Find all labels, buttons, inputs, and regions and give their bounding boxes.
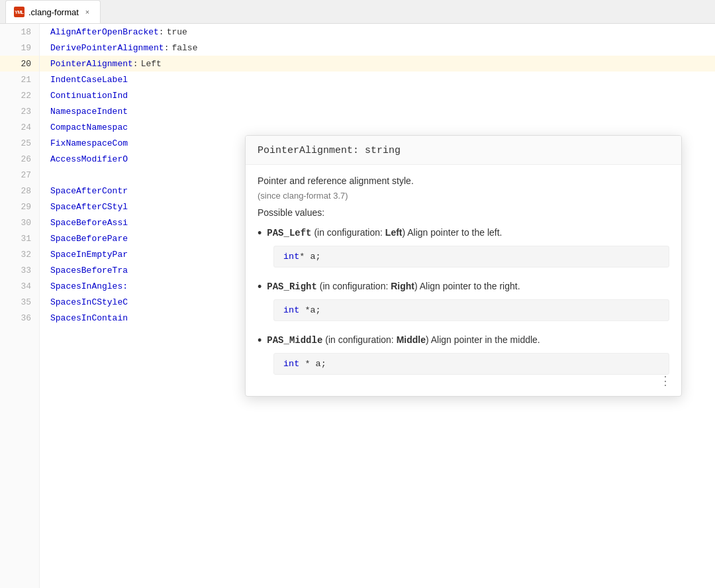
snippet-rest-2: *a; bbox=[299, 305, 320, 315]
tooltip-option-header-1: • PAS_Left (in configuration: Left) Alig… bbox=[258, 226, 669, 240]
key-20: PointerAlignment bbox=[50, 59, 133, 69]
tooltip-option-pas-left: • PAS_Left (in configuration: Left) Alig… bbox=[258, 226, 669, 268]
bullet-2: • bbox=[258, 281, 262, 293]
snippet-rest-1: * a; bbox=[299, 252, 320, 262]
option-name-pas-right: PAS_Right bbox=[267, 281, 317, 292]
key-33: SpacesBeforeTra bbox=[50, 266, 128, 275]
key-22: ContinuationInd bbox=[50, 91, 128, 101]
option-name-pas-left: PAS_Left bbox=[267, 228, 311, 238]
option-text-2: PAS_Right (in configuration: Right) Alig… bbox=[267, 279, 520, 294]
line-number-31: 31 bbox=[0, 230, 39, 246]
snippet-keyword-2: int bbox=[283, 305, 299, 315]
snippet-rest-3: * a; bbox=[299, 359, 326, 369]
key-34: SpacesInAngles: bbox=[50, 281, 128, 291]
key-23: NamespaceIndent bbox=[50, 107, 128, 117]
line-number-28: 28 bbox=[0, 183, 39, 199]
tooltip-option-pas-middle: • PAS_Middle (in configuration: Middle) … bbox=[258, 333, 669, 375]
key-29: SpaceAfterCStyl bbox=[50, 202, 128, 212]
tooltip-since: (since clang-format 3.7) bbox=[258, 191, 669, 201]
line-number-29: 29 bbox=[0, 199, 39, 215]
option-config-1: (in configuration: Left) Align pointer t… bbox=[314, 227, 502, 238]
tooltip-option-header-2: • PAS_Right (in configuration: Right) Al… bbox=[258, 279, 669, 294]
snippet-keyword-1: int bbox=[283, 252, 299, 262]
tooltip-body: Pointer and reference alignment style. (… bbox=[246, 165, 681, 396]
bullet-1: • bbox=[258, 227, 262, 239]
line-number-32: 32 bbox=[0, 246, 39, 262]
key-32: SpaceInEmptyPar bbox=[50, 250, 128, 260]
key-28: SpaceAfterContr bbox=[50, 186, 128, 196]
line-number-23: 23 bbox=[0, 103, 39, 119]
line-number-21: 21 bbox=[0, 72, 39, 87]
code-snippet-1: int* a; bbox=[273, 246, 669, 268]
tooltip-option-pas-right: • PAS_Right (in configuration: Right) Al… bbox=[258, 279, 669, 321]
option-config-value-1: Left bbox=[385, 227, 403, 238]
key-35: SpacesInCStyleC bbox=[50, 297, 128, 307]
code-line-22: ContinuationInd bbox=[40, 87, 715, 103]
key-26: AccessModifierO bbox=[50, 154, 128, 164]
bullet-3: • bbox=[258, 334, 262, 346]
line-number-20: 20 bbox=[0, 56, 39, 72]
key-30: SpaceBeforeAssi bbox=[50, 218, 128, 228]
line-number-18: 18 bbox=[0, 24, 39, 40]
code-snippet-3: int * a; bbox=[273, 353, 669, 375]
yml-icon: YML bbox=[14, 7, 24, 17]
tooltip-header: PointerAlignment: string bbox=[246, 136, 681, 165]
editor-area: 18 19 20 21 22 23 24 25 26 27 28 29 30 3… bbox=[0, 24, 715, 588]
code-line-19: DerivePointerAlignment: false bbox=[40, 40, 715, 56]
editor-container: YML .clang-format × 18 19 20 21 22 23 24… bbox=[0, 0, 715, 588]
line-number-27: 27 bbox=[0, 167, 39, 183]
line-number-26: 26 bbox=[0, 151, 39, 167]
option-text-1: PAS_Left (in configuration: Left) Align … bbox=[267, 226, 502, 240]
tooltip-header-text: PointerAlignment: string bbox=[258, 145, 401, 156]
code-line-20: PointerAlignment: Left bbox=[40, 56, 715, 72]
key-19: DerivePointerAlignment bbox=[50, 43, 164, 53]
line-number-22: 22 bbox=[0, 87, 39, 103]
line-number-30: 30 bbox=[0, 215, 39, 230]
option-config-3: (in configuration: Middle) Align pointer… bbox=[325, 334, 540, 345]
line-number-24: 24 bbox=[0, 119, 39, 135]
line-number-19: 19 bbox=[0, 40, 39, 56]
tab-close-button[interactable]: × bbox=[83, 7, 92, 17]
tab-filename: .clang-format bbox=[28, 7, 79, 17]
key-24: CompactNamespac bbox=[50, 122, 128, 132]
snippet-keyword-3: int bbox=[283, 359, 299, 369]
line-number-35: 35 bbox=[0, 294, 39, 310]
code-line-24: CompactNamespac bbox=[40, 119, 715, 135]
tooltip-possible-values: Possible values: bbox=[258, 207, 669, 218]
line-numbers: 18 19 20 21 22 23 24 25 26 27 28 29 30 3… bbox=[0, 24, 40, 588]
file-tab[interactable]: YML .clang-format × bbox=[5, 0, 101, 23]
line-number-34: 34 bbox=[0, 278, 39, 294]
tab-bar: YML .clang-format × bbox=[0, 0, 715, 24]
option-name-pas-middle: PAS_Middle bbox=[267, 335, 322, 346]
line-number-33: 33 bbox=[0, 262, 39, 278]
option-config-value-2: Right bbox=[391, 281, 414, 291]
key-18: AlignAfterOpenBracket bbox=[50, 27, 159, 37]
key-36: SpacesInContain bbox=[50, 313, 128, 323]
option-config-value-3: Middle bbox=[397, 334, 426, 345]
code-line-18: AlignAfterOpenBracket: true bbox=[40, 24, 715, 40]
tooltip-popup[interactable]: PointerAlignment: string Pointer and ref… bbox=[245, 135, 682, 397]
option-config-2: (in configuration: Right) Align pointer … bbox=[320, 281, 520, 291]
code-line-21: IndentCaseLabel bbox=[40, 72, 715, 87]
key-25: FixNamespaceCom bbox=[50, 138, 128, 148]
key-21: IndentCaseLabel bbox=[50, 75, 128, 85]
line-number-25: 25 bbox=[0, 135, 39, 151]
tooltip-option-header-3: • PAS_Middle (in configuration: Middle) … bbox=[258, 333, 669, 348]
code-line-23: NamespaceIndent bbox=[40, 103, 715, 119]
line-number-36: 36 bbox=[0, 310, 39, 326]
code-snippet-2: int *a; bbox=[273, 299, 669, 321]
tooltip-description: Pointer and reference alignment style. bbox=[258, 174, 669, 188]
key-31: SpaceBeforePare bbox=[50, 234, 128, 244]
option-text-3: PAS_Middle (in configuration: Middle) Al… bbox=[267, 333, 540, 348]
more-options-button[interactable]: ⋮ bbox=[659, 373, 672, 388]
